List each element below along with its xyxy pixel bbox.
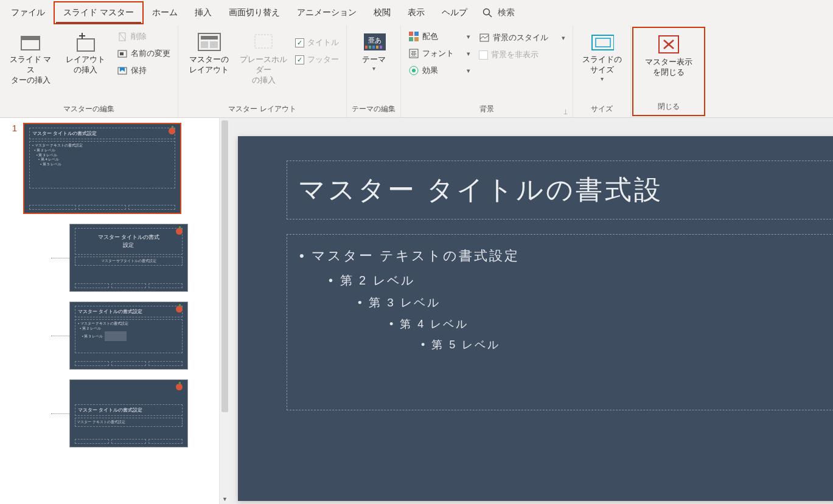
svg-text:亜あ: 亜あ: [368, 36, 382, 44]
close-master-view-button[interactable]: マスター表示を閉じる: [638, 30, 699, 80]
footer-checkbox: ✓: [295, 55, 304, 64]
delete-button: 削除: [114, 28, 173, 45]
slide-canvas[interactable]: マスター タイトルの書式設 マスター テキストの書式設定 第 2 レベル 第 3…: [238, 136, 833, 501]
title-checkbox-label: タイトル: [307, 37, 339, 48]
tab-file[interactable]: ファイル: [2, 2, 54, 23]
svg-rect-24: [409, 32, 413, 36]
rename-button[interactable]: 名前の変更: [114, 45, 173, 62]
slide-number-label: 1: [2, 123, 23, 133]
layout-thumbnail-1[interactable]: マスター タイトルの書式設定 マスター サブタイトルの書式設定: [2, 224, 217, 292]
slide-master-panel[interactable]: 1 マスター タイトルの書式設定 • マスター テキストの書式設定 • 第 2 …: [0, 118, 219, 504]
insert-slide-master-icon: [18, 30, 43, 54]
background-styles-label: 背景のスタイル: [493, 32, 548, 43]
thumb-layout3-body: マスター テキストの書式設定: [75, 418, 183, 427]
body-level-1: マスター テキストの書式設定: [312, 248, 520, 263]
tab-view[interactable]: 表示: [399, 2, 433, 23]
group-close-label: 閉じる: [638, 99, 699, 114]
body-level-4: 第 4 レベル: [400, 318, 469, 330]
svg-rect-3: [21, 36, 40, 40]
svg-rect-4: [77, 39, 94, 51]
tab-transitions[interactable]: 画面切り替え: [220, 2, 288, 23]
themes-button[interactable]: 亜あ テーマ ▾: [352, 28, 396, 74]
body-level-2: 第 2 レベル: [340, 274, 415, 287]
scroll-thumb[interactable]: [221, 120, 228, 412]
svg-rect-23: [380, 46, 382, 49]
thumb-layout3-title: マスター タイトルの書式設定: [78, 407, 142, 413]
svg-line-1: [489, 14, 492, 17]
svg-rect-27: [414, 37, 419, 41]
hide-background-label: 背景を非表示: [491, 49, 538, 60]
background-styles-button[interactable]: 背景のスタイル ▾: [476, 29, 568, 46]
layout-thumbnail-3[interactable]: マスター タイトルの書式設定 マスター テキストの書式設定: [2, 379, 217, 447]
svg-rect-16: [255, 35, 272, 48]
background-dialog-launcher[interactable]: ⟘: [563, 108, 570, 116]
fonts-button[interactable]: 亜 フォント ▾: [406, 45, 473, 62]
tab-review[interactable]: 校閲: [365, 2, 399, 23]
body-level-3: 第 3 レベル: [369, 296, 441, 309]
thumb-layout1-subtitle: マスター サブタイトルの書式設定: [75, 257, 183, 266]
svg-point-31: [412, 69, 416, 72]
insert-slide-master-button[interactable]: スライド マスターの挿入: [5, 28, 56, 88]
body-placeholder[interactable]: マスター テキストの書式設定 第 2 レベル 第 3 レベル 第 4 レベル 第…: [287, 234, 833, 410]
tab-animations[interactable]: アニメーション: [288, 2, 365, 23]
svg-rect-19: [365, 46, 368, 49]
preserve-label: 保持: [131, 65, 147, 76]
fonts-label: フォント: [422, 48, 454, 59]
master-layout-button[interactable]: マスターのレイアウト: [183, 28, 234, 78]
insert-placeholder-button: プレースホルダーの挿入: [238, 28, 289, 88]
title-placeholder[interactable]: マスター タイトルの書式設: [287, 161, 833, 219]
sidebar-scrollbar[interactable]: ▲ ▼: [219, 118, 229, 504]
effects-button[interactable]: 効果 ▾: [406, 62, 473, 79]
hide-background-row: 背景を非表示: [476, 46, 568, 63]
slide-size-button[interactable]: スライドのサイズ ▾: [578, 28, 626, 85]
group-size: スライドのサイズ ▾ サイズ: [573, 26, 631, 117]
svg-rect-26: [409, 37, 413, 41]
svg-rect-21: [372, 46, 375, 49]
group-background-label: 背景: [406, 102, 568, 116]
insert-placeholder-label: プレースホルダーの挿入: [239, 55, 288, 86]
thumb-layout1-title: マスター タイトルの書式設定: [98, 233, 160, 249]
svg-rect-10: [120, 52, 124, 55]
svg-rect-34: [596, 38, 610, 47]
insert-slide-master-label: スライド マスターの挿入: [6, 55, 55, 86]
effects-label: 効果: [422, 65, 438, 76]
tab-slide-master[interactable]: スライド マスター: [54, 1, 144, 24]
group-master-layout-label: マスター レイアウト: [183, 102, 341, 116]
svg-rect-22: [376, 46, 378, 49]
delete-label: 削除: [131, 31, 147, 42]
group-theme-edit: 亜あ テーマ ▾ テーマの編集: [347, 26, 401, 117]
search-box[interactable]: 検索: [476, 4, 521, 22]
master-slide-thumbnail[interactable]: 1 マスター タイトルの書式設定 • マスター テキストの書式設定 • 第 2 …: [2, 123, 217, 214]
search-icon: [482, 7, 493, 18]
apple-icon: [176, 306, 183, 312]
colors-button[interactable]: 配色 ▾: [406, 28, 473, 45]
scroll-down-arrow[interactable]: ▼: [220, 494, 230, 504]
tab-insert[interactable]: 挿入: [186, 2, 220, 23]
body-level-5: 第 5 レベル: [431, 339, 500, 351]
group-master-edit: スライド マスターの挿入 レイアウトの挿入 削除 名前の変更: [0, 26, 178, 117]
svg-rect-15: [210, 41, 218, 48]
hide-background-checkbox: [479, 50, 488, 60]
tab-home[interactable]: ホーム: [144, 2, 186, 23]
thumb-layout2-title: マスター タイトルの書式設定: [78, 308, 142, 315]
layout-thumbnail-2[interactable]: マスター タイトルの書式設定 • マスター テキストの書式設定 • 第 2 レベ…: [2, 302, 217, 370]
slide-editor[interactable]: マスター タイトルの書式設 マスター テキストの書式設定 第 2 レベル 第 3…: [229, 118, 833, 504]
insert-placeholder-icon: [251, 30, 276, 54]
ribbon: スライド マスターの挿入 レイアウトの挿入 削除 名前の変更: [0, 26, 833, 118]
title-checkbox: ✓: [295, 38, 304, 47]
themes-icon: 亜あ: [361, 30, 386, 54]
insert-layout-button[interactable]: レイアウトの挿入: [60, 28, 111, 78]
tab-help[interactable]: ヘルプ: [433, 2, 476, 23]
insert-layout-icon: [73, 30, 97, 54]
preserve-button[interactable]: 保持: [114, 62, 173, 79]
svg-text:亜: 亜: [411, 50, 417, 57]
group-master-layout: マスターのレイアウト プレースホルダーの挿入 ✓ タイトル ✓ フッター マスタ…: [178, 26, 347, 117]
group-background: 配色 ▾ 亜 フォント ▾ 効果 ▾ 背景のスタイル ▾: [401, 26, 573, 117]
footer-checkbox-row: ✓ フッター: [293, 51, 341, 68]
group-close: マスター表示を閉じる 閉じる: [632, 27, 705, 116]
themes-label: テーマ: [362, 55, 386, 65]
apple-icon: [169, 128, 175, 134]
master-layout-label: マスターのレイアウト: [189, 55, 229, 75]
group-theme-edit-label: テーマの編集: [352, 102, 396, 116]
colors-label: 配色: [422, 31, 438, 42]
